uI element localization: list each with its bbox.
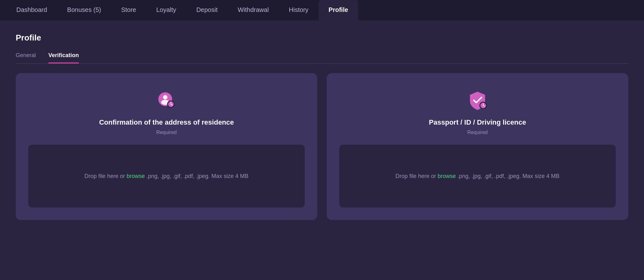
card-address: Confirmation of the address of residence… xyxy=(16,73,317,220)
passport-icon xyxy=(467,89,488,111)
card-passport: Passport / ID / Driving licence Required… xyxy=(327,73,628,220)
drop-zone-address-text: Drop file here or browse .png, .jpg, .gi… xyxy=(85,173,248,180)
drop-prefix-1: Drop file here or xyxy=(85,173,127,179)
tab-verification[interactable]: Verification xyxy=(48,52,79,63)
drop-prefix-2: Drop file here or xyxy=(396,173,438,179)
browse-link-1[interactable]: browse xyxy=(127,173,145,179)
nav-item-store[interactable]: Store xyxy=(111,0,146,20)
browse-link-2[interactable]: browse xyxy=(438,173,456,179)
drop-zone-passport[interactable]: Drop file here or browse .png, .jpg, .gi… xyxy=(339,145,616,207)
nav-item-profile[interactable]: Profile xyxy=(319,0,358,20)
nav-item-withdrawal[interactable]: Withdrawal xyxy=(228,0,279,20)
nav-bar: Dashboard Bonuses (5) Store Loyalty Depo… xyxy=(0,0,644,20)
tab-general[interactable]: General xyxy=(16,52,36,63)
drop-zone-address[interactable]: Drop file here or browse .png, .jpg, .gi… xyxy=(28,145,305,207)
nav-item-history[interactable]: History xyxy=(279,0,319,20)
nav-item-deposit[interactable]: Deposit xyxy=(186,0,228,20)
svg-point-1 xyxy=(163,95,167,100)
main-content: Profile General Verification xyxy=(0,20,644,233)
tab-divider xyxy=(16,63,628,64)
nav-item-bonuses[interactable]: Bonuses (5) xyxy=(57,0,111,20)
drop-suffix-1: .png, .jpg, .gif, .pdf, .jpeg. Max size … xyxy=(145,173,248,179)
nav-item-loyalty[interactable]: Loyalty xyxy=(146,0,186,20)
sub-tabs: General Verification xyxy=(16,52,628,63)
cards-container: Confirmation of the address of residence… xyxy=(16,73,628,220)
page-title: Profile xyxy=(16,33,628,43)
drop-suffix-2: .png, .jpg, .gif, .pdf, .jpeg. Max size … xyxy=(456,173,559,179)
card-address-title: Confirmation of the address of residence xyxy=(99,118,234,127)
card-passport-title: Passport / ID / Driving licence xyxy=(429,118,526,127)
card-passport-subtitle: Required xyxy=(467,130,488,135)
nav-item-dashboard[interactable]: Dashboard xyxy=(6,0,57,20)
card-address-subtitle: Required xyxy=(156,130,177,135)
address-icon xyxy=(156,89,177,111)
drop-zone-passport-text: Drop file here or browse .png, .jpg, .gi… xyxy=(396,173,559,180)
